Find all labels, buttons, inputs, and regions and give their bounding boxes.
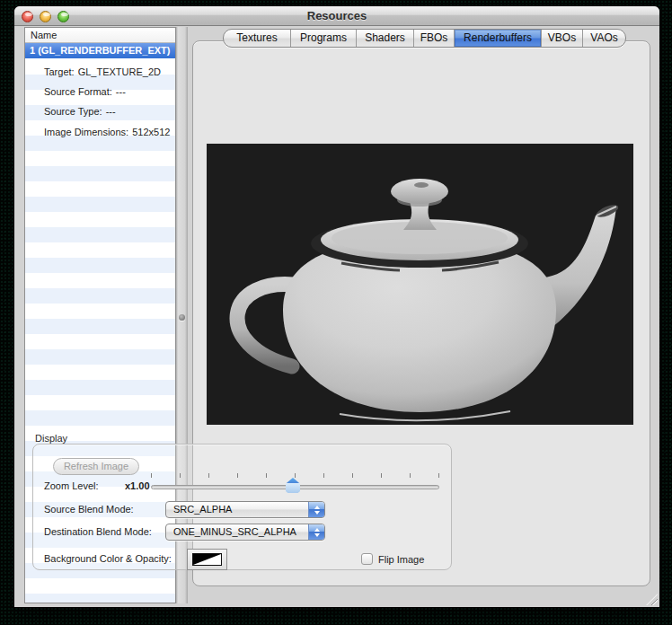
source-type-label: Source Type: (44, 106, 102, 117)
window-titlebar[interactable]: Resources (14, 6, 659, 26)
source-format-line: Source Format:--- (44, 86, 126, 97)
target-label: Target: (44, 66, 75, 77)
target-value: GL_TEXTURE_2D (78, 66, 161, 77)
tab-programs[interactable]: Programs (290, 30, 356, 47)
source-type-value: --- (106, 106, 116, 117)
tab-renderbuffers[interactable]: Renderbuffers (454, 30, 541, 47)
slider-ticks (151, 473, 439, 478)
dest-blend-label: Destination Blend Mode: (44, 526, 152, 537)
desktop-background: Resources Name 1 (GL_RENDERBUFFER_EXT) T… (0, 0, 672, 625)
window-title: Resources (14, 9, 659, 22)
resources-window: Resources Name 1 (GL_RENDERBUFFER_EXT) T… (14, 6, 659, 607)
background-color-label: Background Color & Opacity: (44, 553, 172, 564)
source-blend-select[interactable]: SRC_ALPHA (165, 501, 325, 518)
tab-textures[interactable]: Textures (224, 30, 290, 47)
display-groupbox: Refresh Image Zoom Level: x1.00 Source B… (32, 444, 452, 570)
texture-preview-image (207, 144, 633, 425)
slider-thumb-icon[interactable] (286, 478, 300, 493)
list-item-renderbuffer[interactable]: 1 (GL_RENDERBUFFER_EXT) (25, 43, 175, 58)
source-format-value: --- (116, 86, 126, 97)
flip-image-checkbox[interactable] (361, 553, 373, 565)
source-blend-label: Source Blend Mode: (44, 504, 134, 515)
resize-grip-icon[interactable] (646, 594, 658, 605)
refresh-image-button[interactable]: Refresh Image (53, 458, 139, 475)
popup-arrows-icon (308, 524, 324, 540)
zoom-level-value: x1.00 (125, 480, 150, 491)
color-opacity-swatch-icon (192, 553, 222, 566)
tab-bar: Textures Programs Shaders FBOs Renderbuf… (223, 29, 626, 48)
source-format-label: Source Format: (44, 86, 112, 97)
name-column-header[interactable]: Name (25, 28, 175, 43)
target-line: Target:GL_TEXTURE_2D (44, 66, 161, 77)
splitter-dimple-icon (179, 314, 185, 321)
tab-vbos[interactable]: VBOs (541, 30, 582, 47)
flip-image-label: Flip Image (378, 554, 424, 565)
tab-vaos[interactable]: VAOs (582, 30, 625, 47)
zoom-level-label: Zoom Level: (44, 480, 99, 491)
source-blend-value: SRC_ALPHA (173, 504, 232, 515)
tab-shaders[interactable]: Shaders (356, 30, 413, 47)
image-dimensions-value: 512x512 (132, 127, 170, 137)
tab-fbos[interactable]: FBOs (413, 30, 454, 47)
teapot-render (207, 144, 633, 425)
image-dimensions-label: Image Dimensions: (44, 127, 128, 137)
dest-blend-value: ONE_MINUS_SRC_ALPHA (173, 526, 296, 537)
dest-blend-select[interactable]: ONE_MINUS_SRC_ALPHA (165, 524, 325, 541)
popup-arrows-icon (308, 502, 324, 517)
color-well[interactable] (187, 549, 227, 570)
display-group-label: Display (35, 433, 67, 444)
image-dimensions-line: Image Dimensions:512x512 (44, 127, 170, 137)
source-type-line: Source Type:--- (44, 106, 116, 117)
